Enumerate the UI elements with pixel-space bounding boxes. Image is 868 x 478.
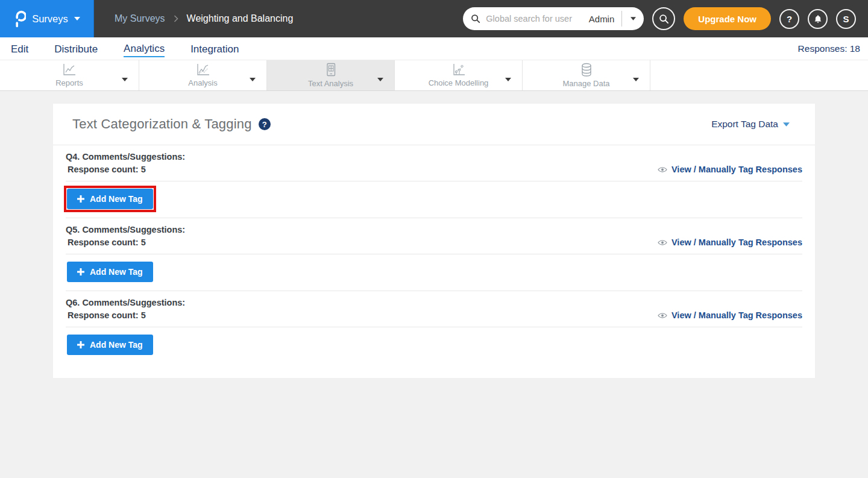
question-label: Q5. Comments/Suggestions: <box>66 218 802 234</box>
tab-distribute[interactable]: Distribute <box>54 40 98 57</box>
chevron-down-icon <box>74 17 80 20</box>
question-label: Q4. Comments/Suggestions: <box>66 145 802 162</box>
export-tag-data-dropdown[interactable]: Export Tag Data <box>711 119 790 130</box>
header-actions: Admin Upgrade Now ? <box>463 7 868 30</box>
chevron-down-icon[interactable] <box>633 73 639 84</box>
add-new-tag-label: Add New Tag <box>90 267 143 277</box>
breadcrumb: My Surveys Weighting and Balancing <box>115 13 293 24</box>
toolbar-item-label: Choice Modelling <box>429 78 489 87</box>
response-count: Response count: 5 <box>66 165 146 174</box>
toolbar-item-choice-modelling[interactable]: Choice Modelling <box>395 60 523 90</box>
scatter-chart-icon <box>451 63 466 77</box>
help-button[interactable]: ? <box>779 9 799 29</box>
chevron-down-icon[interactable] <box>122 73 128 84</box>
product-switcher[interactable]: Surveys <box>0 0 94 37</box>
view-manually-tag-label: View / Manually Tag Responses <box>671 310 802 320</box>
product-menu-label: Surveys <box>32 13 68 25</box>
notifications-button[interactable] <box>808 9 828 29</box>
annotation-highlight-box: Add New Tag <box>64 186 156 212</box>
responses-count: Responses: 18 <box>798 43 860 54</box>
analytics-toolbar: Reports Analysis Text An <box>0 60 868 91</box>
response-count: Response count: 5 <box>66 310 146 320</box>
question-mark-icon: ? <box>262 120 267 129</box>
view-manually-tag-link[interactable]: View / Manually Tag Responses <box>658 165 802 174</box>
toolbar-item-label: Analysis <box>188 78 217 87</box>
database-icon <box>580 63 593 77</box>
eye-icon <box>658 312 667 319</box>
add-new-tag-button[interactable]: Add New Tag <box>67 262 153 282</box>
toolbar-item-analysis[interactable]: Analysis <box>139 60 267 90</box>
main-content: Text Categorization & Tagging ? Export T… <box>0 91 868 378</box>
upgrade-now-button[interactable]: Upgrade Now <box>684 7 771 30</box>
global-search-input[interactable] <box>480 14 586 24</box>
question-mark-icon: ? <box>787 14 792 24</box>
plus-icon <box>77 195 84 203</box>
global-search: Admin <box>463 7 644 30</box>
chevron-down-icon[interactable] <box>505 73 511 84</box>
toolbar-item-manage-data[interactable]: Manage Data <box>523 60 650 90</box>
search-submit-button[interactable] <box>652 7 675 30</box>
search-scope-value[interactable]: Admin <box>587 14 622 24</box>
chevron-down-icon[interactable] <box>377 73 383 84</box>
view-manually-tag-label: View / Manually Tag Responses <box>671 237 802 247</box>
toolbar-item-label: Text Analysis <box>308 79 353 88</box>
breadcrumb-separator-icon <box>174 15 178 22</box>
tab-integration[interactable]: Integration <box>190 40 239 57</box>
card-header: Text Categorization & Tagging ? Export T… <box>53 104 815 145</box>
plus-icon <box>77 341 84 348</box>
help-tooltip-icon[interactable]: ? <box>259 118 271 130</box>
eye-icon <box>658 239 667 246</box>
response-count: Response count: 5 <box>66 237 146 247</box>
text-document-icon <box>324 63 338 77</box>
section-tabs: Edit Distribute Analytics Integration Re… <box>0 37 868 60</box>
add-new-tag-label: Add New Tag <box>90 194 143 204</box>
search-icon <box>659 14 669 24</box>
toolbar-item-text-analysis[interactable]: Text Analysis <box>267 60 395 90</box>
question-section-q4: Q4. Comments/Suggestions: Response count… <box>53 145 815 218</box>
add-new-tag-button[interactable]: Add New Tag <box>67 189 153 209</box>
proprofs-logo-icon <box>13 10 26 28</box>
tab-edit[interactable]: Edit <box>11 40 28 57</box>
top-header: Surveys My Surveys Weighting and Balanci… <box>0 0 868 37</box>
page-title: Text Categorization & Tagging <box>72 116 252 132</box>
breadcrumb-parent-link[interactable]: My Surveys <box>115 13 165 24</box>
question-section-q5: Q5. Comments/Suggestions: Response count… <box>53 218 815 291</box>
chevron-down-icon <box>783 122 790 127</box>
add-new-tag-button[interactable]: Add New Tag <box>67 335 153 355</box>
search-icon <box>471 14 480 24</box>
search-scope-caret-icon[interactable] <box>622 17 644 20</box>
chevron-down-icon[interactable] <box>250 73 256 84</box>
multi-line-chart-icon <box>196 63 210 77</box>
bell-icon <box>813 14 823 24</box>
view-manually-tag-link[interactable]: View / Manually Tag Responses <box>658 237 802 247</box>
avatar-initial: S <box>843 14 849 24</box>
toolbar-item-label: Manage Data <box>562 79 609 88</box>
plus-icon <box>77 268 84 275</box>
toolbar-item-reports[interactable]: Reports <box>0 60 139 90</box>
tab-analytics[interactable]: Analytics <box>124 40 165 57</box>
line-chart-icon <box>62 63 77 77</box>
view-manually-tag-link[interactable]: View / Manually Tag Responses <box>658 310 802 320</box>
avatar[interactable]: S <box>836 9 856 29</box>
text-tagging-card: Text Categorization & Tagging ? Export T… <box>53 104 815 378</box>
add-new-tag-label: Add New Tag <box>90 340 143 350</box>
toolbar-item-label: Reports <box>55 78 83 87</box>
view-manually-tag-label: View / Manually Tag Responses <box>671 165 802 174</box>
breadcrumb-current: Weighting and Balancing <box>187 13 294 24</box>
export-tag-data-label: Export Tag Data <box>711 119 778 130</box>
question-label: Q6. Comments/Suggestions: <box>66 291 802 307</box>
eye-icon <box>658 166 667 173</box>
question-section-q6: Q6. Comments/Suggestions: Response count… <box>53 291 815 363</box>
